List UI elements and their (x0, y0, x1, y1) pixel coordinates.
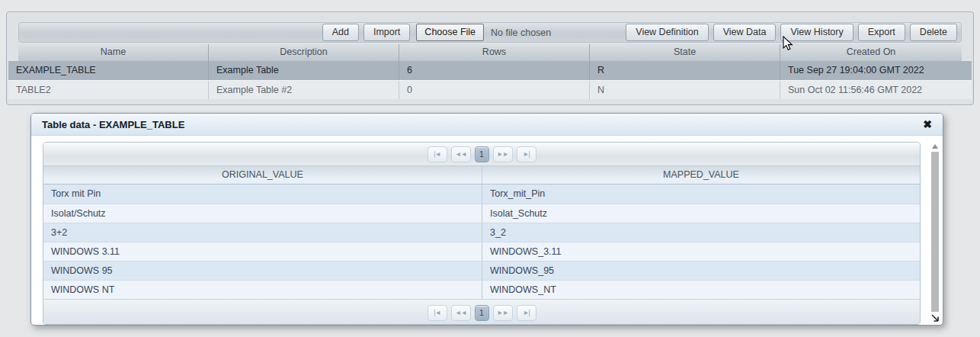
tables-panel: Add Import Choose File No file chosen Vi… (6, 11, 974, 105)
dialog-table-row[interactable]: Isolat/SchutzIsolat_Schutz (43, 204, 920, 223)
cell: N (590, 81, 780, 99)
next-page-button[interactable]: ►► (493, 146, 513, 162)
cell: Example Table (209, 61, 399, 80)
add-button[interactable]: Add (322, 24, 359, 41)
cell: R (590, 61, 780, 80)
pager-top: |◄ ◄◄ 1 ►► ►| (43, 143, 920, 166)
column-header-name: Name (18, 44, 209, 61)
pager-bottom: |◄ ◄◄ 1 ►► ►| (43, 299, 920, 325)
app-background: { "toolbar": { "add_label": "Add", "impo… (0, 0, 980, 337)
cell: TABLE2 (8, 81, 209, 99)
view-history-button[interactable]: View History (780, 24, 853, 41)
resize-grip-icon[interactable] (930, 313, 940, 323)
next-page-button[interactable]: ►► (493, 305, 513, 321)
column-header-description: Description (209, 44, 399, 61)
cell: WINDOWS_95 (482, 262, 920, 280)
first-page-button[interactable]: |◄ (428, 305, 447, 321)
delete-button[interactable]: Delete (910, 24, 957, 41)
tables-list-body: EXAMPLE_TABLEExample Table6RTue Sep 27 1… (8, 61, 972, 99)
scroll-up-icon[interactable] (932, 144, 938, 149)
view-data-button[interactable]: View Data (713, 24, 777, 41)
scrollbar-thumb[interactable] (931, 152, 939, 312)
cell: WINDOWS 95 (43, 262, 482, 280)
column-header-mapped-value: MAPPED_VALUE (482, 166, 920, 184)
cell: 0 (399, 81, 590, 99)
dialog-table-row[interactable]: 3+23_2 (43, 223, 920, 242)
vertical-scrollbar[interactable] (930, 143, 939, 319)
close-icon[interactable]: ✖ (923, 119, 932, 130)
cell: EXAMPLE_TABLE (8, 61, 209, 80)
first-page-button[interactable]: |◄ (428, 146, 447, 162)
choose-file-button[interactable]: Choose File (416, 24, 484, 41)
cell: 3+2 (43, 223, 482, 242)
export-button[interactable]: Export (858, 24, 905, 41)
cell: Tue Sep 27 19:04:00 GMT 2022 (780, 61, 972, 80)
dialog-table-row[interactable]: Torx mit PinTorx_mit_Pin (43, 185, 920, 204)
cell: 6 (399, 61, 590, 80)
cell: Sun Oct 02 11:56:46 GMT 2022 (780, 81, 972, 99)
cell: 3_2 (482, 223, 920, 242)
dialog-table-container: |◄ ◄◄ 1 ►► ►| ORIGINAL_VALUE MAPPED_VALU… (43, 142, 921, 325)
previous-page-button[interactable]: ◄◄ (451, 305, 471, 321)
dialog-table-header: ORIGINAL_VALUE MAPPED_VALUE (43, 166, 920, 185)
dialog-titlebar[interactable]: Table data - EXAMPLE_TABLE ✖ (31, 114, 943, 136)
dialog-table-row[interactable]: WINDOWS NTWINDOWS_NT (43, 280, 920, 299)
table-row[interactable]: EXAMPLE_TABLEExample Table6RTue Sep 27 1… (8, 61, 972, 80)
column-header-original-value: ORIGINAL_VALUE (43, 166, 482, 184)
cell: WINDOWS_3.11 (482, 242, 920, 261)
cell: Torx_mit_Pin (482, 185, 920, 204)
dialog-table-row[interactable]: WINDOWS 95WINDOWS_95 (43, 261, 920, 280)
column-header-rows: Rows (399, 44, 590, 61)
last-page-button[interactable]: ►| (517, 146, 536, 162)
current-page-button[interactable]: 1 (475, 146, 489, 162)
cell: WINDOWS 3.11 (43, 242, 482, 261)
column-header-state: State (590, 44, 780, 61)
dialog-table-body: Torx mit PinTorx_mit_PinIsolat/SchutzIso… (43, 185, 920, 299)
table-data-dialog: Table data - EXAMPLE_TABLE ✖ |◄ ◄◄ 1 ►► … (30, 113, 943, 326)
dialog-title: Table data - EXAMPLE_TABLE (42, 119, 184, 130)
current-page-button[interactable]: 1 (475, 305, 489, 321)
cell: Example Table #2 (209, 81, 399, 99)
previous-page-button[interactable]: ◄◄ (451, 146, 471, 162)
table-row[interactable]: TABLE2Example Table #20NSun Oct 02 11:56… (8, 80, 972, 99)
column-header-created-on: Created On (780, 44, 962, 61)
cell: WINDOWS_NT (482, 281, 920, 299)
no-file-chosen-text: No file chosen (491, 27, 551, 38)
dialog-table-row[interactable]: WINDOWS 3.11WINDOWS_3.11 (43, 242, 920, 261)
last-page-button[interactable]: ►| (517, 305, 536, 321)
cell: Isolat_Schutz (482, 204, 920, 223)
cell: WINDOWS NT (43, 281, 482, 299)
toolbar: Add Import Choose File No file chosen Vi… (18, 22, 962, 43)
cell: Isolat/Schutz (43, 204, 482, 223)
view-definition-button[interactable]: View Definition (626, 24, 708, 41)
import-button[interactable]: Import (363, 24, 410, 41)
tables-list-header: Name Description Rows State Created On (18, 44, 962, 61)
cell: Torx mit Pin (43, 185, 482, 204)
